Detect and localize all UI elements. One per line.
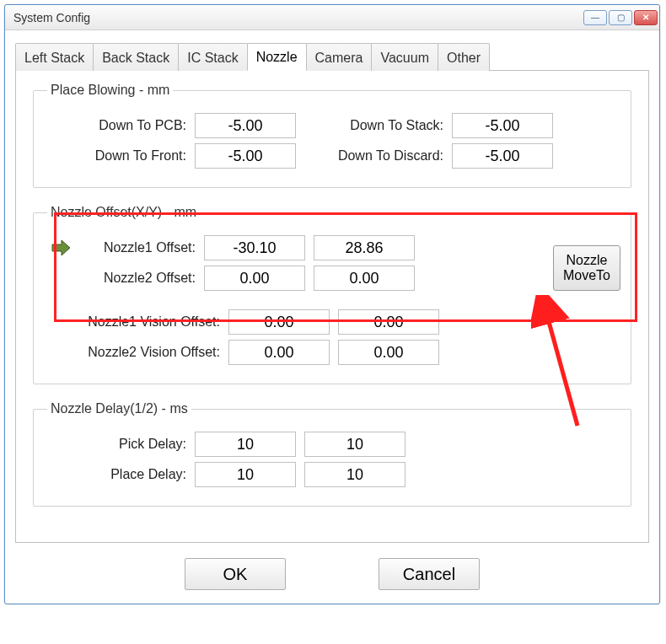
window-title: System Config [13,11,583,24]
input-place-delay-1[interactable] [195,462,296,487]
input-nozzle2-offset-y[interactable] [314,266,415,291]
tab-camera[interactable]: Camera [306,43,373,71]
dialog-buttons: OK Cancel [15,558,649,590]
row-place-delay: Place Delay: [47,462,617,487]
input-nozzle1-vision-y[interactable] [338,309,439,335]
input-down-to-discard[interactable] [452,143,553,169]
input-place-delay-2[interactable] [304,462,406,487]
label-down-to-pcb: Down To PCB: [47,118,186,133]
input-nozzle1-offset-x[interactable] [204,235,305,260]
group-nozzle-delay-legend: Nozzle Delay(1/2) - ms [47,401,191,416]
label-nozzle1-vision-offset: Nozzle1 Vision Offset: [47,314,220,330]
input-pick-delay-1[interactable] [195,432,296,457]
input-nozzle2-vision-x[interactable] [228,340,330,365]
label-pick-delay: Pick Delay: [47,437,186,452]
input-down-to-stack[interactable] [452,113,553,138]
row-nozzle1-offset: Nozzle1 Offset: [47,235,617,260]
group-nozzle-delay: Nozzle Delay(1/2) - ms Pick Delay: Place… [33,401,631,507]
label-nozzle2-vision-offset: Nozzle2 Vision Offset: [47,345,220,360]
input-down-to-pcb[interactable] [195,113,296,138]
input-nozzle1-vision-x[interactable] [228,309,330,335]
cancel-button-label: Cancel [403,565,455,584]
window-buttons: — ▢ ✕ [583,10,658,25]
minimize-icon: — [591,13,599,22]
maximize-icon: ▢ [617,13,625,22]
group-nozzle-offset-legend: Nozzle Offset(X/Y) - mm [47,205,200,220]
group-place-blowing-legend: Place Blowing - mm [47,83,173,98]
nozzle-moveto-label: Nozzle MoveTo [559,253,615,284]
tab-nozzle[interactable]: Nozzle [247,43,307,71]
group-place-blowing: Place Blowing - mm Down To PCB: Down To … [33,83,631,188]
label-place-delay: Place Delay: [47,467,186,482]
maximize-button[interactable]: ▢ [609,10,632,25]
input-nozzle1-offset-y[interactable] [314,235,415,260]
close-icon: ✕ [642,13,649,22]
client-area: Left Stack Back Stack IC Stack Nozzle Ca… [5,30,659,604]
row-nozzle1-vision-offset: Nozzle1 Vision Offset: [47,309,617,335]
label-nozzle1-offset: Nozzle1 Offset: [86,240,196,255]
ok-button-label: OK [223,565,248,584]
group-nozzle-offset: Nozzle Offset(X/Y) - mm Nozzle1 Offset: [33,205,631,384]
row-down-to-pcb: Down To PCB: Down To Stack: [47,113,617,138]
label-down-to-discard: Down To Discard: [304,148,443,164]
tab-page-nozzle: Place Blowing - mm Down To PCB: Down To … [15,71,649,543]
row-nozzle2-offset: Nozzle2 Offset: [47,266,617,291]
titlebar[interactable]: System Config — ▢ ✕ [5,5,659,30]
current-nozzle-arrow [47,235,78,260]
label-down-to-stack: Down To Stack: [304,118,443,133]
label-nozzle2-offset: Nozzle2 Offset: [86,271,196,286]
input-down-to-front[interactable] [195,143,296,169]
minimize-button[interactable]: — [583,10,607,25]
tab-vacuum[interactable]: Vacuum [371,43,438,71]
row-down-to-front: Down To Front: Down To Discard: [47,143,617,169]
input-pick-delay-2[interactable] [304,432,406,457]
row-pick-delay: Pick Delay: [47,432,617,457]
cancel-button[interactable]: Cancel [379,558,480,590]
tab-strip: Left Stack Back Stack IC Stack Nozzle Ca… [15,42,649,71]
tab-ic-stack[interactable]: IC Stack [178,43,247,71]
arrow-right-icon [48,235,73,260]
input-nozzle2-offset-x[interactable] [204,266,305,291]
system-config-window: System Config — ▢ ✕ Left Stack Back Stac… [4,4,660,604]
tab-other[interactable]: Other [438,43,490,71]
ok-button[interactable]: OK [185,558,286,590]
row-nozzle2-vision-offset: Nozzle2 Vision Offset: [47,340,617,365]
nozzle-moveto-button[interactable]: Nozzle MoveTo [553,245,620,291]
tab-back-stack[interactable]: Back Stack [93,43,179,71]
tab-left-stack[interactable]: Left Stack [15,43,94,71]
label-down-to-front: Down To Front: [47,148,186,164]
input-nozzle2-vision-y[interactable] [338,340,439,365]
close-button[interactable]: ✕ [634,10,658,25]
